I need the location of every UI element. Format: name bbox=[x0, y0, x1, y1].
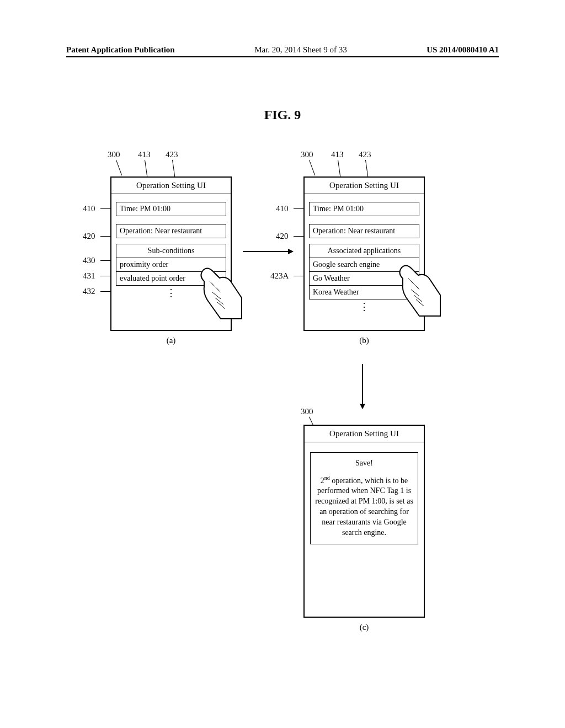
save-body-rest: operation, which is to be performed when… bbox=[315, 477, 413, 537]
save-dialog: Save! 2nd operation, which is to be perf… bbox=[310, 452, 418, 544]
ref-432: 432 bbox=[83, 287, 95, 296]
time-row-b[interactable]: Time: PM 01:00 bbox=[309, 202, 419, 216]
app-koreaweather[interactable]: Korea Weather bbox=[309, 286, 419, 299]
header-center: Mar. 20, 2014 Sheet 9 of 33 bbox=[254, 45, 347, 55]
screen-title-c: Operation Setting UI bbox=[305, 426, 424, 442]
ref-410-b: 410 bbox=[276, 204, 289, 213]
ref-430: 430 bbox=[83, 256, 95, 265]
ref-410-a: 410 bbox=[83, 204, 95, 213]
ref-300-a: 300 bbox=[108, 150, 120, 159]
ref-423A: 423A bbox=[270, 271, 289, 281]
panel-a: 300 413 423 410 420 430 431 432 Operatio… bbox=[110, 176, 232, 331]
phone-frame-a: Operation Setting UI Time: PM 01:00 Oper… bbox=[110, 176, 232, 331]
save-heading: Save! bbox=[314, 458, 414, 469]
header-rule bbox=[66, 56, 499, 57]
save-body-sup: nd bbox=[324, 475, 330, 481]
operation-row-b[interactable]: Operation: Near restaurant bbox=[309, 224, 419, 238]
arrow-a-to-b bbox=[243, 251, 292, 252]
ref-423-a: 423 bbox=[166, 150, 178, 159]
save-body: 2nd operation, which is to be performed … bbox=[314, 474, 414, 538]
leader-300-b bbox=[309, 160, 315, 176]
subcond-proximity[interactable]: proximity order bbox=[116, 258, 226, 272]
operation-row-a[interactable]: Operation: Near restaurant bbox=[116, 224, 226, 238]
associated-apps-header: Associated applications bbox=[309, 244, 419, 258]
panel-c: 300 Operation Setting UI Save! 2nd opera… bbox=[303, 425, 425, 618]
screen-title-a: Operation Setting UI bbox=[111, 178, 231, 194]
more-dots-a: ⋮ bbox=[111, 290, 231, 296]
panel-c-label: (c) bbox=[303, 623, 425, 632]
phone-frame-c: Operation Setting UI Save! 2nd operation… bbox=[303, 425, 425, 618]
time-row-a[interactable]: Time: PM 01:00 bbox=[116, 202, 226, 216]
ref-423-b: 423 bbox=[359, 150, 371, 159]
header-right: US 2014/0080410 A1 bbox=[427, 45, 499, 55]
ref-420-a: 420 bbox=[83, 232, 95, 241]
ref-300-c: 300 bbox=[301, 407, 313, 416]
panel-a-label: (a) bbox=[110, 336, 232, 345]
arrow-b-to-c bbox=[362, 364, 363, 408]
ref-431: 431 bbox=[83, 271, 95, 281]
panel-b: 300 413 423 410 420 423A Operation Setti… bbox=[303, 176, 425, 331]
screen-title-b: Operation Setting UI bbox=[305, 178, 424, 194]
save-body-pre: 2 bbox=[321, 477, 324, 485]
ref-420-b: 420 bbox=[276, 232, 289, 241]
figure-title: FIG. 9 bbox=[0, 108, 565, 122]
header-left: Patent Application Publication bbox=[66, 45, 175, 55]
leader-300-a bbox=[116, 160, 122, 176]
ref-300-b: 300 bbox=[301, 150, 313, 159]
app-goweather[interactable]: Go Weather bbox=[309, 272, 419, 286]
subconditions-header: Sub-conditions bbox=[116, 244, 226, 258]
phone-frame-b: Operation Setting UI Time: PM 01:00 Oper… bbox=[303, 176, 425, 331]
more-dots-b: ⋮ bbox=[305, 304, 424, 309]
subcond-evaluated[interactable]: evaluated point order bbox=[116, 272, 226, 286]
ref-413-a: 413 bbox=[138, 150, 151, 159]
ref-413-b: 413 bbox=[331, 150, 344, 159]
page-header: Patent Application Publication Mar. 20, … bbox=[0, 45, 565, 55]
panel-b-label: (b) bbox=[303, 336, 425, 345]
app-google[interactable]: Google search engine bbox=[309, 258, 419, 272]
